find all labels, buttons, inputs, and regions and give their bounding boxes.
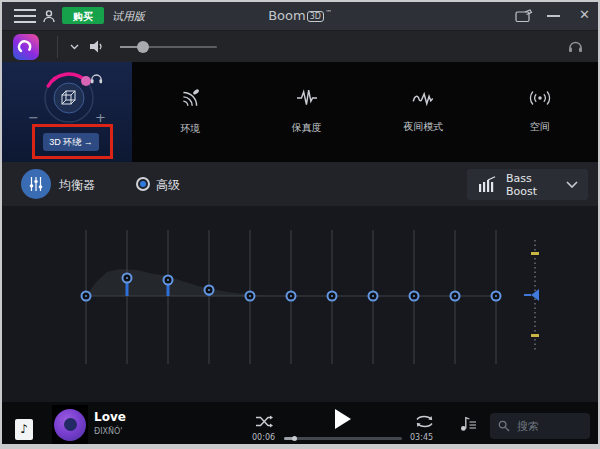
audio-toolbar [2, 30, 598, 62]
close-button[interactable]: ✕ [579, 7, 590, 23]
search-input[interactable] [515, 419, 582, 434]
play-button[interactable] [335, 409, 351, 429]
equalizer-title: 均衡器 [59, 177, 95, 194]
dial-minus-button[interactable]: − [28, 110, 39, 125]
preset-icon [477, 176, 497, 194]
tile-spatial[interactable]: 空间 [482, 62, 599, 162]
feedback-icon[interactable] [515, 9, 533, 23]
equalizer-panel [2, 206, 598, 402]
total-time: 03:45 [410, 433, 433, 442]
library-icon[interactable]: ♪ [15, 419, 33, 440]
spatial-icon [528, 90, 552, 106]
title-bar: 购买 试用版 Boom3D™ ✕ [2, 2, 598, 30]
volume-slider[interactable] [120, 46, 217, 48]
equalizer-icon[interactable] [21, 169, 51, 199]
tile-label: 保真度 [292, 121, 322, 135]
equalizer-header: 均衡器 高级 Bass Boost [2, 162, 598, 206]
playlist-queue-icon[interactable] [460, 415, 477, 432]
album-art[interactable] [52, 405, 88, 444]
disc-art [54, 409, 86, 441]
tile-label: 环境 [180, 122, 200, 136]
tile-label: 空间 [530, 120, 550, 134]
speaker-icon[interactable] [90, 40, 105, 53]
tile-ambience[interactable]: 环境 [132, 62, 249, 162]
search-box[interactable] [490, 413, 590, 439]
elapsed-time: 00:06 [252, 433, 275, 442]
preset-label: Bass Boost [506, 172, 557, 198]
song-title: Love [94, 410, 126, 424]
minimize-button[interactable] [547, 15, 560, 17]
title-text: Boom [268, 8, 306, 23]
window-title: Boom3D™ [2, 8, 598, 23]
device-chevron-down-icon[interactable] [70, 44, 79, 50]
tile-label: 夜间模式 [403, 120, 443, 134]
fidelity-icon [297, 89, 317, 107]
volume-knob[interactable] [137, 41, 149, 53]
toolbar-divider [57, 36, 58, 58]
progress-knob[interactable] [292, 436, 297, 441]
night-mode-icon [412, 90, 434, 106]
preset-dropdown[interactable]: Bass Boost [467, 169, 588, 200]
progress-bar[interactable] [284, 437, 402, 440]
tile-night-mode[interactable]: 夜间模式 [365, 62, 482, 162]
song-artist: ĐIXÑÓ' [94, 427, 123, 436]
ambience-icon [179, 88, 201, 108]
advanced-radio-label[interactable]: 高级 [156, 177, 180, 194]
boom3d-window: 购买 试用版 Boom3D™ ✕ [0, 0, 600, 449]
search-icon [498, 420, 510, 432]
shuffle-icon[interactable] [256, 415, 274, 428]
headphones-icon[interactable] [568, 39, 583, 53]
trademark-symbol: ™ [325, 9, 332, 17]
boom-app-icon[interactable] [13, 34, 39, 60]
surround-3d-button[interactable]: 3D 环绕 → [43, 133, 99, 151]
effect-mode-row: − + 3D 环绕 → 环境 保真度 夜间模式 [2, 62, 598, 162]
player-bar: ♪ Love ĐIXÑÓ' 00:06 03:45 [2, 402, 598, 444]
title-3d-badge: 3D [307, 11, 324, 22]
dial-plus-button[interactable]: + [95, 110, 106, 125]
dial-headphones-icon [90, 72, 103, 84]
repeat-icon[interactable] [415, 415, 434, 428]
advanced-radio[interactable] [136, 177, 150, 191]
tile-fidelity[interactable]: 保真度 [249, 62, 366, 162]
equalizer-sliders[interactable] [2, 206, 600, 402]
tile-3d-surround[interactable]: − + 3D 环绕 → [2, 62, 132, 162]
chevron-down-icon [566, 181, 578, 188]
